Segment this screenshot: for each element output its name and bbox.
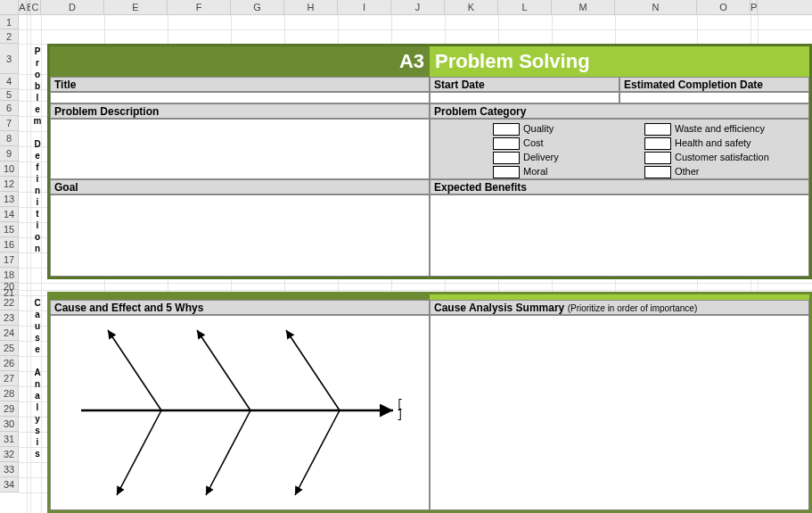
category-checkbox-right-1[interactable]: [644, 137, 671, 150]
row-header-7[interactable]: 7: [0, 116, 19, 131]
label-cause-and-effect: Cause and Effect and 5 Whys: [50, 300, 430, 315]
column-header-E[interactable]: E: [104, 0, 168, 14]
column-header-F[interactable]: F: [168, 0, 231, 14]
row-header-17[interactable]: 17: [0, 252, 19, 268]
row-header-3[interactable]: 3: [0, 44, 19, 74]
input-problem-description[interactable]: [50, 119, 430, 179]
category-checkbox-left-2[interactable]: [493, 152, 520, 164]
input-est-completion[interactable]: [619, 92, 809, 103]
category-checkbox-right-0[interactable]: [644, 123, 671, 136]
row-header-25[interactable]: 25: [0, 341, 19, 356]
category-label-right-1: Health and safety: [675, 137, 751, 148]
label-problem-description: Problem Description: [50, 103, 430, 119]
column-header-row: ABCDEFGHIJKLMNOP: [0, 0, 812, 15]
category-label-right-2: Customer satisfaction: [675, 152, 769, 162]
svg-line-6: [295, 410, 340, 495]
input-start-date[interactable]: [430, 92, 619, 103]
input-goal[interactable]: [50, 194, 430, 277]
column-header-C[interactable]: C: [30, 0, 41, 14]
label-est-completion: Estimated Completion Date: [619, 77, 809, 92]
column-header-J[interactable]: J: [391, 0, 445, 14]
row-header-16[interactable]: 16: [0, 237, 19, 252]
column-header-G[interactable]: G: [231, 0, 284, 14]
row-header-15[interactable]: 15: [0, 222, 19, 237]
row-header-32[interactable]: 32: [0, 447, 19, 462]
row-header-10[interactable]: 10: [0, 161, 19, 177]
bracket-close: ]: [397, 410, 403, 420]
category-checkbox-left-1[interactable]: [493, 137, 520, 150]
column-header-A[interactable]: A: [19, 0, 27, 14]
row-header-30[interactable]: 30: [0, 417, 19, 432]
svg-line-3: [286, 330, 340, 410]
row-header-2[interactable]: 2: [0, 29, 19, 44]
row-header-22[interactable]: 22: [0, 295, 19, 310]
row-header-1[interactable]: 1: [0, 15, 19, 29]
svg-line-5: [206, 410, 250, 495]
category-label-left-1: Cost: [523, 137, 544, 148]
row-header-28[interactable]: 28: [0, 386, 19, 401]
row-header-column: 1234567891012131415161718202122232425262…: [0, 15, 19, 492]
row-header-5[interactable]: 5: [0, 89, 19, 101]
category-row-left-1: Cost: [493, 136, 636, 150]
row-header-8[interactable]: 8: [0, 131, 19, 146]
row-header-27[interactable]: 27: [0, 371, 19, 386]
row-header-9[interactable]: 9: [0, 146, 19, 161]
row-header-31[interactable]: 31: [0, 432, 19, 447]
category-label-left-2: Delivery: [523, 152, 559, 162]
fishbone-diagram: [54, 317, 429, 504]
row-header-6[interactable]: 6: [0, 101, 19, 116]
row-header-4[interactable]: 4: [0, 74, 19, 89]
panel-problem-definition: A3 Problem Solving Title Start Date Esti…: [47, 44, 812, 279]
row-header-14[interactable]: 14: [0, 207, 19, 222]
section-label-problem-definition: Problem Definition: [30, 46, 45, 254]
row-header-24[interactable]: 24: [0, 326, 19, 341]
input-cause-summary[interactable]: [430, 315, 809, 510]
column-header-P[interactable]: P: [750, 0, 758, 14]
panel-title-bar: A3 Problem Solving: [50, 46, 809, 77]
column-header-D[interactable]: D: [41, 0, 104, 14]
input-expected-benefits[interactable]: [430, 194, 809, 277]
category-checkbox-right-3[interactable]: [644, 166, 671, 178]
label-cause-summary: Cause Analysis Summary (Prioritize in or…: [430, 300, 809, 315]
column-header-M[interactable]: M: [552, 0, 615, 14]
cause-summary-text: Cause Analysis Summary: [434, 302, 564, 314]
svg-line-4: [117, 410, 161, 495]
label-problem-category: Problem Category: [430, 103, 809, 119]
row-header-13[interactable]: 13: [0, 192, 19, 207]
label-expected-benefits: Expected Benefits: [430, 179, 809, 194]
category-row-right-2: Customer satisfaction: [644, 150, 805, 164]
input-title[interactable]: [50, 92, 430, 103]
column-header-I[interactable]: I: [338, 0, 391, 14]
category-checkbox-left-0[interactable]: [493, 123, 520, 136]
svg-line-2: [197, 330, 250, 410]
row-header-33[interactable]: 33: [0, 462, 19, 477]
category-checkbox-right-2[interactable]: [644, 152, 671, 164]
label-goal: Goal: [50, 179, 430, 194]
panel-cause-analysis: Cause and Effect and 5 Whys Cause Analys…: [47, 292, 812, 513]
category-checkbox-left-3[interactable]: [493, 166, 520, 178]
category-row-right-1: Health and safety: [644, 136, 805, 150]
column-header-L[interactable]: L: [498, 0, 552, 14]
grid-area[interactable]: Problem Definition Cause Analysis A3 Pro…: [19, 15, 812, 513]
column-header-O[interactable]: O: [697, 0, 750, 14]
fishbone-area[interactable]: [ ]: [50, 315, 430, 510]
column-header-K[interactable]: K: [445, 0, 498, 14]
label-title: Title: [50, 77, 430, 92]
cause-summary-note: (Prioritize in order of importance): [568, 303, 698, 313]
column-header-N[interactable]: N: [615, 0, 697, 14]
row-header-23[interactable]: 23: [0, 310, 19, 326]
select-all-corner[interactable]: [0, 0, 19, 14]
category-row-right-3: Other: [644, 164, 805, 178]
row-header-12[interactable]: 12: [0, 177, 19, 192]
row-header-29[interactable]: 29: [0, 401, 19, 417]
category-row-right-0: Waste and efficiency: [644, 121, 805, 136]
row-header-26[interactable]: 26: [0, 356, 19, 371]
category-row-left-0: Quality: [493, 121, 636, 136]
label-start-date: Start Date: [430, 77, 619, 92]
problem-category-area: QualityCostDeliveryMoral Waste and effic…: [430, 119, 809, 179]
category-row-left-3: Moral: [493, 164, 636, 178]
row-header-34[interactable]: 34: [0, 477, 19, 492]
column-header-H[interactable]: H: [284, 0, 338, 14]
category-label-right-0: Waste and efficiency: [675, 123, 765, 134]
category-label-left-3: Moral: [523, 166, 548, 177]
